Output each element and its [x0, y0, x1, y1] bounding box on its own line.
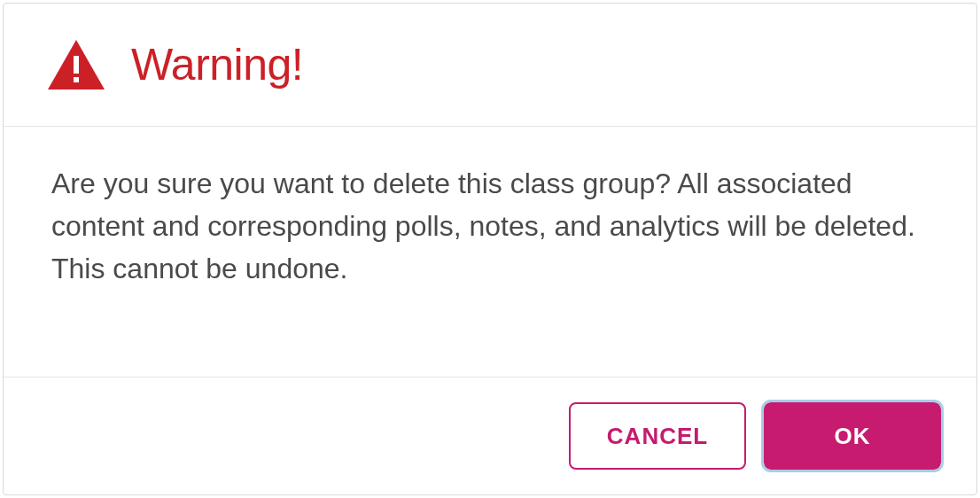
dialog-title: Warning! [131, 39, 303, 90]
svg-rect-1 [74, 77, 79, 82]
dialog-footer: CANCEL OK [4, 377, 976, 494]
warning-triangle-icon [48, 40, 105, 89]
dialog-body: Are you sure you want to delete this cla… [4, 127, 976, 377]
dialog-message: Are you sure you want to delete this cla… [51, 162, 929, 290]
dialog-header: Warning! [4, 4, 976, 127]
warning-dialog: Warning! Are you sure you want to delete… [3, 3, 977, 495]
ok-button[interactable]: OK [764, 402, 941, 470]
svg-rect-0 [74, 56, 79, 74]
cancel-button[interactable]: CANCEL [569, 402, 746, 470]
